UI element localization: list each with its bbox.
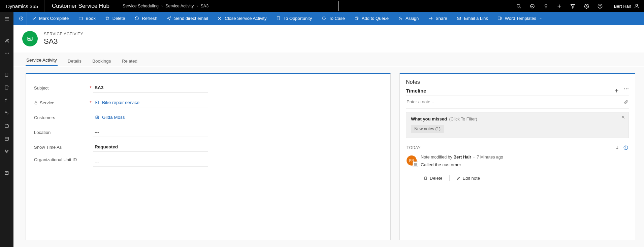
share-icon [428,16,433,21]
svg-point-51 [624,89,625,90]
search-icon[interactable] [512,0,526,12]
cmd-label: Assign [406,16,419,21]
more-icon[interactable] [624,88,629,93]
svg-point-37 [399,17,401,18]
lightbulb-icon[interactable] [539,0,553,12]
breadcrumb-item[interactable]: Service Scheduling [121,4,161,8]
cmd-label: To Case [329,16,345,21]
delete-note-button[interactable]: Delete [423,176,443,181]
avatar: FN [407,155,417,166]
filter-icon[interactable] [566,0,580,12]
check-icon [32,16,36,21]
trash-icon [105,16,110,21]
service-lookup[interactable]: Bike repair service [93,98,208,107]
delete-button[interactable]: Delete [100,12,130,25]
nav-item-icon[interactable] [3,83,11,92]
nav-more-icon[interactable] [3,49,11,57]
add-note-icon[interactable] [614,88,619,93]
nav-customer-icon[interactable] [3,36,11,44]
record-type-icon [22,31,38,46]
nav-item-icon[interactable] [3,71,11,79]
book-button[interactable]: Book [73,12,100,25]
sort-icon[interactable] [615,145,619,150]
svg-point-0 [517,4,520,7]
nav-item-icon[interactable] [3,109,11,117]
field-label: Customers [34,115,88,120]
user-menu[interactable]: Bert Hair [607,3,644,9]
svg-point-20 [6,99,7,100]
close-icon[interactable] [621,115,625,119]
to-opportunity-button[interactable]: To Opportunity [271,12,317,25]
person-icon [634,3,639,9]
field-row-show-time-as: Show Time As Requested [34,140,382,154]
brand-label[interactable]: Dynamics 365 [0,3,44,9]
add-icon[interactable] [553,0,566,12]
record-type-label: SERVICE ACTIVITY [44,32,83,36]
cmd-label: Word Templates [505,16,536,21]
missed-title: What you missed [411,116,447,121]
main-form-panel: Subject * SA3 Service * Bike repair serv… [26,73,391,240]
svg-point-53 [627,89,629,90]
tab-related[interactable]: Related [121,55,138,66]
app-hub-name[interactable]: Customer Service Hub [44,3,117,9]
svg-point-48 [97,116,97,117]
edit-note-button[interactable]: Edit note [456,176,480,181]
nav-item-icon[interactable] [3,135,11,143]
send-email-button[interactable]: Send direct email [162,12,213,25]
word-templates-button[interactable]: Word Templates [493,12,547,25]
back-button[interactable] [15,12,27,25]
missed-hint[interactable]: (Click To Filter) [449,117,477,121]
location-input[interactable]: --- [93,128,208,137]
nav-item-icon[interactable] [3,122,11,130]
tab-service-activity[interactable]: Service Activity [26,54,58,66]
assign-button[interactable]: Assign [393,12,423,25]
add-to-queue-button[interactable]: Add to Queue [350,12,393,25]
svg-point-15 [6,53,7,54]
show-time-as-select[interactable]: Requested [93,142,208,152]
nav-item-icon[interactable] [3,96,11,104]
note-author: Bert Hair [453,155,471,160]
mark-complete-button[interactable]: Mark Complete [27,12,73,25]
note-input[interactable]: Enter a note... [406,96,629,109]
to-case-button[interactable]: To Case [317,12,350,25]
share-button[interactable]: Share [423,12,452,25]
breadcrumb-item[interactable]: Service Activity [163,4,196,8]
svg-point-26 [5,150,6,150]
clock-back-icon [19,16,24,21]
svg-rect-35 [277,17,280,20]
svg-point-9 [636,4,637,6]
day-label: TODAY [407,145,421,150]
nav-item-icon[interactable] [3,147,11,155]
nav-item-icon[interactable] [3,169,11,177]
svg-marker-5 [571,4,575,8]
timeline-header: Timeline [406,88,629,96]
field-row-service: Service * Bike repair service [34,95,382,110]
menu-icon[interactable] [3,15,11,23]
email-link-button[interactable]: Email a Link [452,12,493,25]
refresh-button[interactable]: Refresh [130,12,162,25]
gear-icon[interactable] [580,0,593,12]
task-icon[interactable] [526,0,539,12]
close-activity-button[interactable]: Close Service Activity [213,12,271,25]
required-indicator: * [88,85,93,91]
attachment-icon[interactable] [624,99,628,104]
org-unit-input[interactable]: --- [93,157,208,167]
help-icon[interactable] [593,0,607,12]
customers-lookup[interactable]: Gilda Moss [93,113,208,122]
svg-rect-44 [35,103,37,104]
svg-point-46 [96,102,97,103]
cmd-label: Book [86,16,96,21]
svg-rect-31 [79,17,82,20]
tab-bookings[interactable]: Bookings [92,55,112,66]
case-icon [321,16,326,21]
tab-details[interactable]: Details [67,55,82,66]
subject-input[interactable]: SA3 [93,83,208,93]
divider [449,175,450,181]
missed-filter-chip[interactable]: New notes (1) [411,125,444,133]
svg-point-28 [6,152,7,153]
breadcrumb-item[interactable]: SA3 [198,4,211,8]
timeline-note-item[interactable]: FN Note modified by Bert Hair-7 Minutes … [406,153,629,170]
what-you-missed-box: What you missed (Click To Filter) New no… [406,112,629,138]
info-icon[interactable] [623,145,628,150]
note-meta: Note modified by Bert Hair-7 Minutes ago [421,155,503,160]
